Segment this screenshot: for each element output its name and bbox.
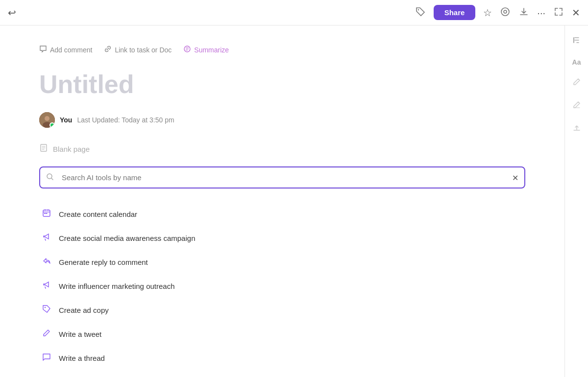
add-comment-button[interactable]: Add comment (39, 45, 92, 55)
ai-tool-label: Create content calendar (59, 210, 137, 218)
share-button[interactable]: Share (434, 5, 476, 20)
ai-tool-label: Create social media awareness campaign (59, 234, 195, 242)
blank-page-label: Blank page (53, 145, 90, 153)
ai-tool-label: Write a thread (59, 354, 105, 362)
comment-small-icon (39, 45, 47, 55)
reply-icon (41, 257, 52, 268)
link-icon (104, 45, 112, 55)
blank-page-row[interactable]: Blank page (39, 143, 525, 155)
ai-tool-item[interactable]: Create social media awareness campaign (39, 226, 525, 250)
ai-tool-item[interactable]: Generate reply to comment (39, 250, 525, 274)
megaphone-icon (41, 233, 52, 244)
sidebar-edit-icon[interactable] (572, 77, 582, 89)
ai-tool-label: Create ad copy (59, 306, 109, 314)
svg-point-5 (45, 116, 49, 121)
svg-point-12 (45, 307, 46, 308)
svg-point-0 (417, 9, 418, 10)
close-icon[interactable]: ✕ (572, 8, 580, 18)
ai-tool-item[interactable]: Write a thread (39, 346, 525, 370)
avatar (39, 112, 55, 128)
megaphone2-icon (41, 281, 52, 292)
comment-icon[interactable] (500, 6, 511, 19)
tag-small-icon (41, 305, 52, 316)
tag-icon[interactable] (415, 6, 426, 19)
sidebar-upload-icon[interactable] (572, 123, 582, 135)
sidebar-font-icon[interactable]: Aa (572, 58, 581, 66)
summarize-icon (183, 45, 191, 55)
toolbar-row: Add comment Link to task or Doc Summariz… (39, 45, 525, 55)
doc-title[interactable]: Untitled (39, 71, 525, 98)
svg-point-1 (501, 8, 509, 16)
ai-tool-label: Write influencer marketing outreach (59, 282, 175, 290)
online-badge (49, 122, 55, 128)
pencil-icon (41, 329, 52, 340)
top-bar-left: ↩ (8, 7, 16, 19)
top-bar-right: Share ☆ ··· ✕ (415, 5, 580, 20)
author-row: You Last Updated: Today at 3:50 pm (39, 112, 525, 128)
sidebar-edit2-icon[interactable] (572, 100, 582, 112)
doc-area: Add comment Link to task or Doc Summariz… (0, 25, 564, 377)
download-icon[interactable] (518, 6, 529, 19)
search-box-wrap: ✕ (39, 166, 525, 188)
main-content: Add comment Link to task or Doc Summariz… (0, 25, 588, 377)
ai-tool-item[interactable]: Write a tweet (39, 322, 525, 346)
expand-icon[interactable] (553, 6, 564, 19)
svg-rect-11 (46, 213, 48, 214)
ai-tool-label: Write a tweet (59, 330, 101, 338)
link-task-button[interactable]: Link to task or Doc (104, 45, 172, 55)
calendar-icon (41, 209, 52, 220)
ai-tool-item[interactable]: Create content calendar (39, 202, 525, 226)
ai-tool-item[interactable]: Create ad copy (39, 298, 525, 322)
undo-icon[interactable]: ↩ (8, 7, 16, 19)
summarize-button[interactable]: Summarize (183, 45, 229, 55)
top-bar: ↩ Share ☆ ··· ✕ (0, 0, 588, 25)
svg-point-2 (504, 10, 507, 13)
ai-tool-label: Generate reply to comment (59, 258, 148, 266)
right-sidebar: Aa (564, 25, 588, 377)
ai-tools-list: Create content calendar Create social me… (39, 202, 525, 377)
last-updated: Last Updated: Today at 3:50 pm (77, 116, 174, 124)
search-clear-button[interactable]: ✕ (512, 173, 518, 182)
sidebar-expand-icon[interactable] (572, 35, 582, 47)
search-icon (46, 173, 54, 183)
chat-icon (41, 353, 52, 364)
ai-tool-item[interactable]: Create customer story post (39, 370, 525, 377)
star-icon[interactable]: ☆ (483, 8, 492, 18)
search-input[interactable] (39, 166, 525, 188)
svg-rect-10 (44, 213, 46, 214)
page-icon (39, 143, 48, 155)
author-name: You (60, 116, 72, 124)
svg-rect-15 (573, 37, 574, 43)
ai-tool-item[interactable]: Write influencer marketing outreach (39, 274, 525, 298)
more-icon[interactable]: ··· (537, 8, 545, 18)
